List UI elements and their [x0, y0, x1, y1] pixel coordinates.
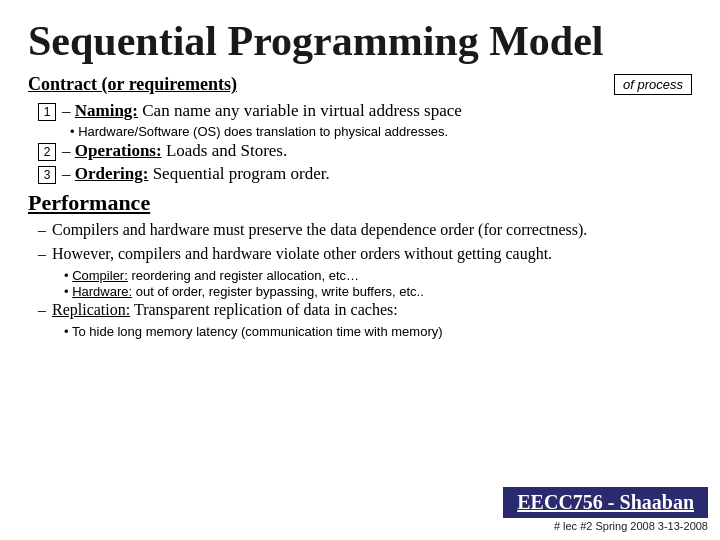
term-operations: Operations:: [75, 141, 162, 160]
perf-sub-bullet-compiler: Compiler: reordering and register alloca…: [64, 268, 692, 283]
perf-item-1: – Compilers and hardware must preserve t…: [38, 220, 692, 241]
dash-3: –: [38, 300, 46, 321]
perf-text-3: Replication: Transparent replication of …: [52, 300, 398, 321]
performance-title: Performance: [28, 190, 692, 216]
item-content-2: – Operations: Loads and Stores.: [62, 141, 692, 161]
perf-item-2: – However, compilers and hardware violat…: [38, 244, 692, 265]
item-num-2: 2: [38, 143, 56, 161]
list-item: 2 – Operations: Loads and Stores.: [38, 141, 692, 161]
slide-title: Sequential Programming Model: [28, 18, 692, 64]
contract-row: Contract (or requirements) of process: [28, 74, 692, 95]
perf-sub-bullet-replication: To hide long memory latency (communicati…: [64, 324, 692, 339]
perf-text-1: Compilers and hardware must preserve the…: [52, 220, 587, 241]
term-naming: Naming:: [75, 101, 138, 120]
slide: Sequential Programming Model Contract (o…: [0, 0, 720, 540]
item-num-1: 1: [38, 103, 56, 121]
contract-label: Contract (or requirements): [28, 74, 237, 95]
dash-2: –: [38, 244, 46, 265]
perf-text-2: However, compilers and hardware violate …: [52, 244, 552, 265]
footer-badge: EECC756 - Shaaban: [503, 487, 708, 518]
list-item: 1 – Naming: Can name any variable in vir…: [38, 101, 692, 121]
perf-item-3: – Replication: Transparent replication o…: [38, 300, 692, 321]
dash-1: –: [38, 220, 46, 241]
term-replication: Replication:: [52, 301, 130, 318]
of-process-badge: of process: [614, 74, 692, 95]
performance-section: Performance – Compilers and hardware mus…: [28, 190, 692, 338]
term-ordering: Ordering:: [75, 164, 149, 183]
footer-info: # lec #2 Spring 2008 3-13-2008: [554, 520, 708, 532]
contract-items: 1 – Naming: Can name any variable in vir…: [38, 101, 692, 184]
footer: EECC756 - Shaaban # lec #2 Spring 2008 3…: [503, 487, 708, 532]
list-item: 3 – Ordering: Sequential program order.: [38, 164, 692, 184]
sub-bullet-1: Hardware/Software (OS) does translation …: [70, 124, 692, 139]
item-content-3: – Ordering: Sequential program order.: [62, 164, 692, 184]
perf-sub-bullet-hardware: Hardware: out of order, register bypassi…: [64, 284, 692, 299]
item-num-3: 3: [38, 166, 56, 184]
item-content-1: – Naming: Can name any variable in virtu…: [62, 101, 692, 121]
